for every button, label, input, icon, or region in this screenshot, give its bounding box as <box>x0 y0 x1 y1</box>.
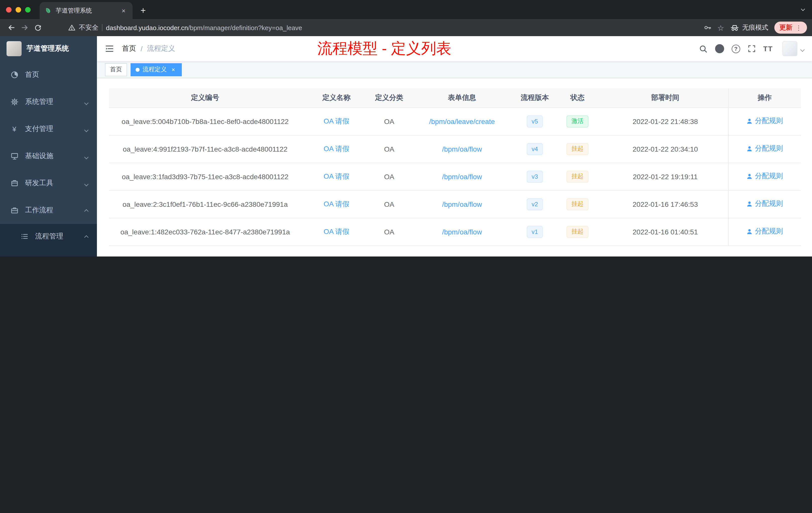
sidebar-item-label: 基础设施 <box>25 152 53 161</box>
sidebar-item-workflow[interactable]: 工作流程 <box>0 197 97 224</box>
breadcrumb-separator: / <box>141 45 143 53</box>
new-tab-button[interactable]: + <box>137 4 150 17</box>
col-definition-category: 定义分类 <box>372 88 407 108</box>
address-divider <box>102 24 103 31</box>
chevron-up-icon <box>85 233 88 240</box>
search-icon[interactable] <box>699 44 707 53</box>
screen: 芋道管理系统 × + 不安全 dashboard.yudao.iocoder.c… <box>0 0 812 256</box>
form-link[interactable]: /bpm/oa/leave/create <box>429 117 495 125</box>
tags-view: 首页 流程定义 × <box>97 61 812 78</box>
chevron-up-icon <box>85 206 88 214</box>
page-1-button[interactable]: 1 <box>710 256 725 256</box>
table-row: oa_leave:5:004b710b-7b8a-11ec-8ef0-acde4… <box>109 108 801 135</box>
definition-name-link[interactable]: OA 请假 <box>324 200 349 208</box>
breadcrumb-home[interactable]: 首页 <box>122 44 136 53</box>
url-path: /bpm/manager/definition?key=oa_leave <box>188 24 302 31</box>
assign-rule-link[interactable]: 分配规则 <box>747 200 783 209</box>
list-icon <box>20 233 29 240</box>
assign-rule-label: 分配规则 <box>755 172 783 181</box>
form-link[interactable]: /bpm/oa/flow <box>442 228 482 236</box>
assign-rule-link[interactable]: 分配规则 <box>747 117 783 126</box>
tab-title: 芋道管理系统 <box>56 6 116 15</box>
definition-name-link[interactable]: OA 请假 <box>324 144 349 152</box>
status-badge: 挂起 <box>567 171 588 182</box>
version-badge: v4 <box>526 143 543 155</box>
toolbox-icon <box>10 179 19 187</box>
sidebar-logo[interactable]: 芋道管理系统 <box>0 36 97 61</box>
assign-rule-label: 分配规则 <box>755 144 783 153</box>
col-status: 状态 <box>552 88 603 108</box>
sidebar-item-home[interactable]: 首页 <box>0 61 97 88</box>
github-icon[interactable] <box>715 44 724 53</box>
tab-close-icon[interactable]: × <box>119 6 127 14</box>
password-key-icon[interactable] <box>703 24 711 32</box>
window-minimize-button[interactable] <box>16 7 21 12</box>
cell-deploy-time: 2022-01-16 17:46:53 <box>603 190 728 218</box>
col-definition-name: 定义名称 <box>301 88 372 108</box>
assign-rule-label: 分配规则 <box>755 227 783 236</box>
bookmark-star-icon[interactable]: ☆ <box>717 24 724 31</box>
workflow-submenu: 流程管理 流程表单 用户分组 <box>0 224 97 256</box>
gear-icon <box>10 98 19 106</box>
sidebar-item-label: 研发工具 <box>25 179 53 188</box>
chevron-down-icon <box>85 125 88 133</box>
window-zoom-button[interactable] <box>25 7 31 12</box>
font-size-icon[interactable]: TT <box>763 45 773 53</box>
cell-definition-id: oa_leave:3:1fad3d93-7b75-11ec-a3c8-acde4… <box>109 163 301 190</box>
cell-deploy-time: 2022-01-22 21:48:38 <box>603 108 728 135</box>
chevron-down-icon <box>85 179 88 187</box>
update-label: 更新 <box>779 23 792 32</box>
tab-search-chevron-icon[interactable] <box>800 6 806 12</box>
definition-name-link[interactable]: OA 请假 <box>324 172 349 180</box>
address-bar[interactable]: 不安全 dashboard.yudao.iocoder.cn/bpm/manag… <box>68 23 697 32</box>
sidebar-item-process-management[interactable]: 流程管理 <box>0 224 97 249</box>
assign-rule-link[interactable]: 分配规则 <box>747 144 783 153</box>
page-size-select[interactable]: 10条/页 <box>637 256 685 256</box>
definition-name-link[interactable]: OA 请假 <box>324 227 349 235</box>
browser-tab[interactable]: 芋道管理系统 × <box>40 2 133 19</box>
form-link[interactable]: /bpm/oa/flow <box>442 173 482 180</box>
window-close-button[interactable] <box>6 7 11 12</box>
incognito-badge: 无痕模式 <box>730 23 768 32</box>
tab-favicon-icon <box>45 7 52 14</box>
goto-page-input[interactable] <box>768 256 789 256</box>
status-badge: 激活 <box>567 115 588 127</box>
forward-button[interactable] <box>18 21 31 34</box>
cell-category: OA <box>372 163 407 190</box>
table-row: oa_leave:1:482ec033-762a-11ec-8477-a2380… <box>109 218 801 245</box>
next-page-button[interactable] <box>730 256 745 256</box>
col-operation: 操作 <box>728 88 801 108</box>
browser-menu-icon[interactable]: ⋮ <box>795 24 802 31</box>
form-link[interactable]: /bpm/oa/flow <box>442 200 482 208</box>
chrome-update-button[interactable]: 更新 ⋮ <box>774 22 807 34</box>
sidebar-item-devtools[interactable]: 研发工具 <box>0 170 97 197</box>
assign-rule-link[interactable]: 分配规则 <box>747 227 783 236</box>
help-icon[interactable]: ? <box>732 44 740 53</box>
active-dot <box>136 67 140 71</box>
sidebar-collapse-icon[interactable] <box>105 44 114 53</box>
user-avatar[interactable] <box>782 41 798 56</box>
status-badge: 挂起 <box>567 143 588 155</box>
back-button[interactable] <box>5 21 18 34</box>
table-row: oa_leave:3:1fad3d93-7b75-11ec-a3c8-acde4… <box>109 163 801 190</box>
definition-name-link[interactable]: OA 请假 <box>324 117 349 125</box>
prev-page-button[interactable] <box>690 256 705 256</box>
tag-process-definition[interactable]: 流程定义 × <box>130 63 182 76</box>
reload-button[interactable] <box>31 21 44 34</box>
form-link[interactable]: /bpm/oa/flow <box>442 145 482 153</box>
user-menu[interactable] <box>782 41 804 56</box>
yen-icon: ¥ <box>10 125 19 133</box>
fullscreen-icon[interactable] <box>748 45 756 53</box>
cell-definition-id: oa_leave:1:482ec033-762a-11ec-8477-a2380… <box>109 218 301 245</box>
tag-close-icon[interactable]: × <box>170 66 177 73</box>
tag-home[interactable]: 首页 <box>105 63 127 76</box>
sidebar-item-payment[interactable]: ¥ 支付管理 <box>0 116 97 143</box>
sidebar-item-process-form[interactable]: 流程表单 <box>0 249 97 256</box>
chevron-down-icon <box>85 152 88 160</box>
navbar-actions: ? TT <box>699 41 804 56</box>
sidebar-item-system[interactable]: 系统管理 <box>0 88 97 116</box>
assign-rule-link[interactable]: 分配规则 <box>747 172 783 181</box>
tag-label: 流程定义 <box>143 65 167 74</box>
cell-deploy-time: 2022-01-16 01:40:51 <box>603 218 728 245</box>
sidebar-item-infrastructure[interactable]: 基础设施 <box>0 143 97 170</box>
